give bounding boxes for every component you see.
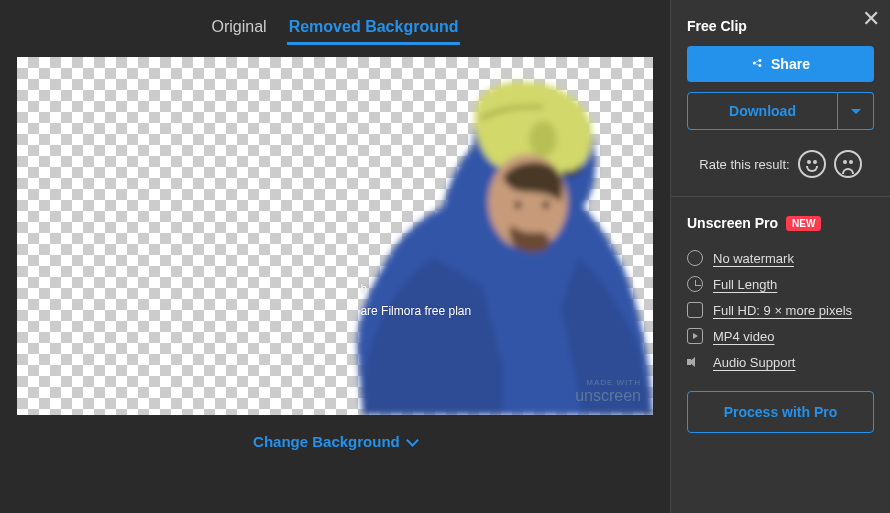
svg-point-3 (529, 121, 557, 157)
watermark-made: MADE WITH (575, 378, 641, 387)
caret-down-icon (851, 109, 861, 114)
share-icon (751, 58, 763, 70)
process-label: Process with Pro (724, 404, 838, 420)
overlay-line2: are Filmora free plan (360, 301, 471, 323)
share-label: Share (771, 56, 810, 72)
rate-row: Rate this result: (687, 150, 874, 178)
feature-label: No watermark (713, 251, 794, 266)
tab-removed-background[interactable]: Removed Background (287, 14, 461, 45)
clock-icon (687, 276, 703, 292)
share-button[interactable]: Share (687, 46, 874, 82)
overlay-watermark-text: h are Filmora free plan (360, 279, 471, 322)
feature-no-watermark[interactable]: No watermark (687, 245, 874, 271)
tab-original[interactable]: Original (210, 14, 269, 45)
play-icon (687, 328, 703, 344)
main-panel: Original Removed Background (0, 0, 670, 513)
feature-label: Audio Support (713, 355, 795, 370)
feature-mp4[interactable]: MP4 video (687, 323, 874, 349)
rate-sad-icon[interactable] (834, 150, 862, 178)
hd-icon (687, 302, 703, 318)
download-button[interactable]: Download (687, 92, 838, 130)
pro-section: Unscreen Pro NEW No watermark Full Lengt… (671, 196, 890, 451)
feature-label: Full Length (713, 277, 777, 292)
subject-cutout (303, 57, 653, 415)
download-caret-button[interactable] (838, 92, 874, 130)
tabs: Original Removed Background (14, 14, 656, 45)
svg-point-1 (515, 201, 521, 209)
svg-point-2 (543, 201, 549, 209)
download-label: Download (729, 103, 796, 119)
side-panel: ✕ Free Clip Share Download Rate this res… (670, 0, 890, 513)
process-with-pro-button[interactable]: Process with Pro (687, 391, 874, 433)
rate-label: Rate this result: (699, 157, 789, 172)
watermark-brand: unscreen (575, 387, 641, 405)
preview-container: h are Filmora free plan MADE WITH unscre… (17, 57, 653, 415)
change-background-label: Change Background (253, 433, 400, 450)
feature-label: MP4 video (713, 329, 774, 344)
change-background-button[interactable]: Change Background (14, 415, 656, 468)
chevron-down-icon (406, 434, 419, 447)
no-watermark-icon (687, 250, 703, 266)
new-badge: NEW (786, 216, 821, 231)
feature-full-hd[interactable]: Full HD: 9 × more pixels (687, 297, 874, 323)
pro-title: Unscreen Pro (687, 215, 778, 231)
feature-list: No watermark Full Length Full HD: 9 × mo… (687, 245, 874, 375)
free-clip-title: Free Clip (687, 18, 874, 34)
rate-happy-icon[interactable] (798, 150, 826, 178)
overlay-line1: h (360, 279, 471, 301)
feature-full-length[interactable]: Full Length (687, 271, 874, 297)
sound-icon (687, 354, 703, 370)
feature-label: Full HD: 9 × more pixels (713, 303, 852, 318)
unscreen-watermark: MADE WITH unscreen (575, 378, 641, 405)
free-clip-section: Free Clip Share Download Rate this resul… (671, 0, 890, 196)
close-icon[interactable]: ✕ (862, 6, 880, 32)
feature-audio[interactable]: Audio Support (687, 349, 874, 375)
pro-title-row: Unscreen Pro NEW (687, 215, 874, 231)
download-button-group: Download (687, 92, 874, 130)
